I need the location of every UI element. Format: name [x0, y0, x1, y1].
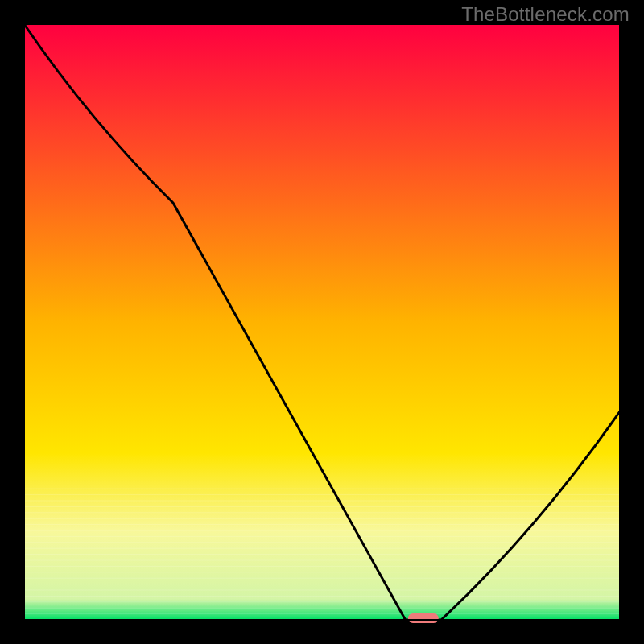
- chart-frame: TheBottleneck.com: [0, 0, 644, 644]
- optimum-marker: [408, 613, 439, 623]
- chart-svg: [0, 0, 644, 644]
- watermark-text: TheBottleneck.com: [461, 3, 630, 26]
